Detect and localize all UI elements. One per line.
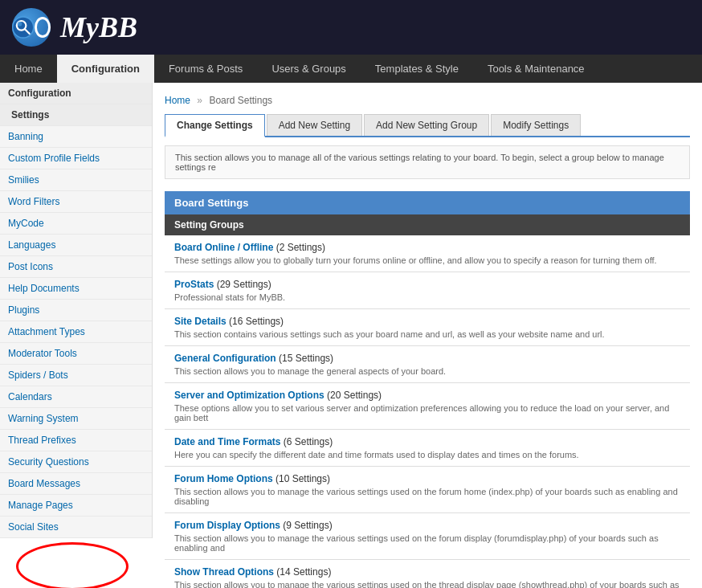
sidebar-wrapper: Configuration Settings Banning Custom Pr…: [0, 83, 153, 588]
header: MyBB: [0, 0, 702, 55]
tabs-bar: Change Settings Add New Setting Add New …: [165, 114, 690, 137]
setting-group-desc: Professional stats for MyBB.: [174, 292, 680, 302]
sidebar-item-manage-pages[interactable]: Manage Pages: [0, 495, 152, 517]
sidebar-item-security-questions[interactable]: Security Questions: [0, 451, 152, 473]
table-row: ProStats (29 Settings)Professional stats…: [165, 272, 690, 309]
sidebar-item-warning-system[interactable]: Warning System: [0, 408, 152, 430]
tab-add-new-setting[interactable]: Add New Setting: [267, 114, 362, 136]
setting-group-desc: This section allows you to manage the ge…: [174, 366, 680, 376]
nav-users-groups[interactable]: Users & Groups: [257, 55, 360, 83]
settings-table-subheader: Setting Groups: [165, 214, 690, 235]
sidebar-item-custom-profile-fields[interactable]: Custom Profile Fields: [0, 148, 152, 169]
sidebar-item-help-documents[interactable]: Help Documents: [0, 278, 152, 300]
setting-group-desc: Here you can specify the different date …: [174, 450, 680, 459]
breadcrumb: Home » Board Settings: [165, 91, 690, 114]
setting-group-desc: This section contains various settings s…: [174, 329, 680, 339]
sidebar-item-mycode[interactable]: MyCode: [0, 213, 152, 235]
table-row: Server and Optimization Options (20 Sett…: [165, 383, 690, 430]
table-row: Forum Home Options (10 Settings)This sec…: [165, 467, 690, 513]
setting-group-count: (2 Settings): [273, 242, 325, 253]
sidebar-item-board-messages[interactable]: Board Messages: [0, 473, 152, 495]
breadcrumb-home[interactable]: Home: [165, 95, 190, 106]
breadcrumb-current: Board Settings: [209, 95, 272, 106]
sidebar-item-social-sites[interactable]: Social Sites: [0, 517, 152, 538]
red-oval-annotation: [16, 542, 129, 588]
main-content: Home » Board Settings Change Settings Ad…: [153, 83, 702, 588]
setting-group-count: (15 Settings): [276, 353, 333, 364]
sidebar-section-configuration: Configuration: [0, 83, 152, 104]
table-row: Date and Time Formats (6 Settings)Here y…: [165, 430, 690, 467]
setting-group-count: (14 Settings): [274, 566, 331, 578]
setting-group-count: (20 Settings): [324, 390, 382, 401]
sidebar-subsection-settings: Settings: [0, 104, 152, 126]
nav-forums-posts[interactable]: Forums & Posts: [154, 55, 257, 83]
nav-configuration[interactable]: Configuration: [57, 55, 154, 83]
setting-group-title[interactable]: General Configuration (15 Settings): [174, 353, 680, 364]
setting-group-title[interactable]: ProStats (29 Settings): [174, 279, 680, 290]
setting-group-count: (6 Settings): [280, 436, 333, 447]
sidebar-item-calendars[interactable]: Calendars: [0, 386, 152, 408]
table-row: Forum Display Options (9 Settings)This s…: [165, 513, 690, 560]
info-box: This section allows you to manage all of…: [165, 145, 690, 179]
setting-group-title[interactable]: Date and Time Formats (6 Settings): [174, 436, 680, 447]
logo-text: MyBB: [60, 10, 137, 44]
sidebar-item-banning[interactable]: Banning: [0, 126, 152, 148]
settings-table-header-row: Board Settings: [165, 191, 690, 214]
settings-table: Board Settings Setting Groups Board Onli…: [165, 191, 690, 588]
nav-templates-style[interactable]: Templates & Style: [361, 55, 473, 83]
setting-group-title[interactable]: Forum Home Options (10 Settings): [174, 473, 680, 484]
setting-group-title[interactable]: Board Online / Offline (2 Settings): [174, 242, 680, 253]
setting-group-desc: These options allow you to set various s…: [174, 403, 680, 423]
setting-group-desc: This section allows you to manage the va…: [174, 580, 680, 588]
svg-point-0: [13, 17, 34, 38]
setting-group-count: (9 Settings): [280, 520, 333, 531]
settings-table-title: Board Settings: [165, 191, 690, 214]
setting-group-count: (10 Settings): [273, 473, 330, 484]
table-row: General Configuration (15 Settings)This …: [165, 346, 690, 383]
sidebar-item-languages[interactable]: Languages: [0, 235, 152, 256]
setting-group-count: (16 Settings): [227, 316, 284, 327]
sidebar-item-plugins[interactable]: Plugins: [0, 300, 152, 321]
setting-group-count: (29 Settings): [214, 279, 271, 290]
nav-tools-maintenance[interactable]: Tools & Maintenance: [473, 55, 599, 83]
settings-table-subheader-row: Setting Groups: [165, 214, 690, 235]
table-row: Site Details (16 Settings)This section c…: [165, 309, 690, 346]
setting-group-desc: This section allows you to manage the va…: [174, 487, 680, 506]
tab-add-new-setting-group[interactable]: Add New Setting Group: [364, 114, 489, 136]
table-row: Show Thread Options (14 Settings)This se…: [165, 560, 690, 589]
table-row: Board Online / Offline (2 Settings)These…: [165, 235, 690, 272]
sidebar-item-spiders-bots[interactable]: Spiders / Bots: [0, 365, 152, 386]
nav-home[interactable]: Home: [0, 55, 57, 83]
sidebar-item-word-filters[interactable]: Word Filters: [0, 191, 152, 213]
setting-group-title[interactable]: Site Details (16 Settings): [174, 316, 680, 327]
setting-group-desc: This section allows you to manage the va…: [174, 533, 680, 553]
sidebar: Configuration Settings Banning Custom Pr…: [0, 83, 153, 538]
setting-group-title[interactable]: Forum Display Options (9 Settings): [174, 520, 680, 531]
setting-group-desc: These settings allow you to globally tur…: [174, 255, 680, 265]
breadcrumb-separator: »: [197, 95, 202, 106]
svg-point-3: [18, 22, 22, 27]
tab-modify-settings[interactable]: Modify Settings: [491, 114, 581, 136]
sidebar-item-post-icons[interactable]: Post Icons: [0, 256, 152, 278]
mybb-logo-icon: [12, 8, 51, 47]
sidebar-item-attachment-types[interactable]: Attachment Types: [0, 321, 152, 343]
logo-area: MyBB: [12, 8, 137, 47]
sidebar-item-thread-prefixes[interactable]: Thread Prefixes: [0, 430, 152, 451]
setting-group-title[interactable]: Server and Optimization Options (20 Sett…: [174, 390, 680, 401]
nav-bar: Home Configuration Forums & Posts Users …: [0, 55, 702, 83]
sidebar-item-smilies[interactable]: Smilies: [0, 169, 152, 191]
setting-group-title[interactable]: Show Thread Options (14 Settings): [174, 566, 680, 578]
layout: Configuration Settings Banning Custom Pr…: [0, 83, 702, 588]
tab-change-settings[interactable]: Change Settings: [165, 114, 265, 137]
sidebar-item-moderator-tools[interactable]: Moderator Tools: [0, 343, 152, 365]
